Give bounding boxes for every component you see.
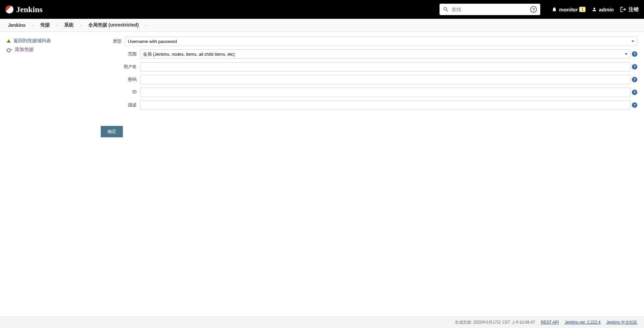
help-icon[interactable]: ? xyxy=(632,64,637,69)
sidebar-add-label: 添加凭据 xyxy=(15,47,34,53)
sidebar-back-label: 返回到凭据域列表 xyxy=(13,38,51,44)
footer-version-link[interactable]: Jenkins ver. 2.222.4 xyxy=(565,320,601,325)
breadcrumbs: Jenkins › 凭据 › 系统 › 全局凭据 (unrestricted) … xyxy=(0,19,644,32)
bell-icon xyxy=(552,7,557,12)
jenkins-logo-icon xyxy=(5,5,13,13)
help-icon[interactable]: ? xyxy=(632,90,637,95)
content: 类型 Username with password 范围 全局 (Jenkins… xyxy=(101,32,644,317)
search-box[interactable]: ? xyxy=(440,4,540,15)
monitor-button[interactable]: monitor 1 xyxy=(552,7,586,12)
chevron-right-icon: › xyxy=(145,23,147,27)
breadcrumb-system[interactable]: 系统 xyxy=(64,22,74,28)
input-id[interactable] xyxy=(140,88,631,97)
main: 返回到凭据域列表 添加凭据 类型 Username with password … xyxy=(0,32,644,317)
input-password[interactable] xyxy=(140,75,631,84)
label-id: ID xyxy=(116,88,140,94)
label-scope: 范围 xyxy=(116,49,140,57)
label-username: 用户名 xyxy=(116,62,140,70)
row-description: 描述 ? xyxy=(116,100,637,110)
footer-community-link[interactable]: Jenkins 中文社区 xyxy=(606,320,637,325)
up-arrow-icon xyxy=(7,39,11,43)
header: Jenkins ? monitor 1 admin 注销 xyxy=(0,0,644,19)
user-label: admin xyxy=(599,7,614,12)
search-help-icon[interactable]: ? xyxy=(530,6,537,13)
help-icon[interactable]: ? xyxy=(632,102,637,108)
row-scope: 范围 全局 (Jenkins, nodes, items, all child … xyxy=(116,49,637,59)
row-username: 用户名 ? xyxy=(116,62,637,72)
row-password: 密码 ? xyxy=(116,75,637,84)
breadcrumb-credentials[interactable]: 凭据 xyxy=(40,22,50,28)
label-description: 描述 xyxy=(116,100,140,108)
footer-rest-api-link[interactable]: REST API xyxy=(541,320,559,325)
submit-button[interactable]: 确定 xyxy=(101,126,123,137)
chevron-right-icon: › xyxy=(80,23,82,27)
input-username[interactable] xyxy=(140,62,631,72)
footer-generated: 生成页面: 2020年6月17日 CST 上午10:08:47 xyxy=(455,320,535,325)
submit-area: 确定 xyxy=(101,126,637,137)
breadcrumb-jenkins[interactable]: Jenkins xyxy=(8,22,26,28)
label-password: 密码 xyxy=(116,75,140,83)
select-type[interactable]: Username with password xyxy=(125,37,637,46)
sidebar-add-link[interactable]: 添加凭据 xyxy=(7,45,94,54)
label-type: 类型 xyxy=(101,37,125,44)
monitor-badge: 1 xyxy=(579,7,586,12)
footer: 生成页面: 2020年6月17日 CST 上午10:08:47 REST API… xyxy=(0,317,644,328)
row-type: 类型 Username with password xyxy=(101,37,637,46)
breadcrumb-global[interactable]: 全局凭据 (unrestricted) xyxy=(88,22,139,28)
row-id: ID ? xyxy=(116,88,637,97)
key-icon xyxy=(7,47,12,52)
sidebar: 返回到凭据域列表 添加凭据 xyxy=(0,32,101,317)
sidebar-back-link[interactable]: 返回到凭据域列表 xyxy=(7,37,94,45)
logo-text: Jenkins xyxy=(16,5,43,14)
search-input[interactable] xyxy=(452,7,529,12)
logout-label: 注销 xyxy=(629,6,639,13)
logo[interactable]: Jenkins xyxy=(5,5,43,14)
input-description[interactable] xyxy=(140,100,631,110)
chevron-right-icon: › xyxy=(56,23,58,27)
search-icon xyxy=(443,6,449,12)
help-icon[interactable]: ? xyxy=(632,51,637,57)
chevron-right-icon: › xyxy=(32,23,34,27)
user-icon xyxy=(592,7,597,12)
select-scope[interactable]: 全局 (Jenkins, nodes, items, all child ite… xyxy=(140,49,631,59)
logout-button[interactable]: 注销 xyxy=(620,6,639,13)
logout-icon xyxy=(620,6,627,13)
monitor-label: monitor xyxy=(559,7,578,12)
user-button[interactable]: admin xyxy=(592,7,614,12)
help-icon[interactable]: ? xyxy=(632,77,637,82)
